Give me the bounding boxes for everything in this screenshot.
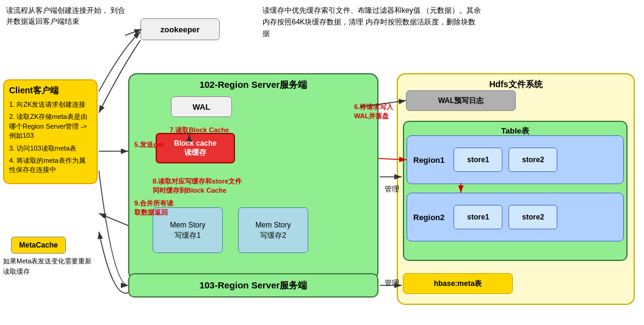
manage2-label: 管理 bbox=[385, 278, 399, 288]
client-step-3: 3. 访问103读取meta表 bbox=[9, 144, 92, 153]
region2-store1: store1 bbox=[454, 205, 502, 229]
diagram-container: 读流程从客户端创建连接开始， 到合并数据返回客户端结束 读缓存中优先缓存索引文件… bbox=[0, 0, 644, 325]
wal-log-label: WAL预写日志 bbox=[438, 96, 484, 106]
step6-label: 6.将请求写入WAL并落盘 bbox=[354, 102, 393, 121]
hbase-meta-box: hbase:meta表 bbox=[403, 273, 513, 294]
svg-line-10 bbox=[99, 213, 128, 226]
client-step-1: 1. 向ZK发送请求创建连接 bbox=[9, 100, 92, 109]
region1-box: Region1 store1 store2 bbox=[407, 135, 624, 184]
top-right-annotation: 读缓存中优先缓存索引文件、布隆过滤器和key值 （元数据）。其余内存按照64K块… bbox=[262, 5, 482, 40]
region2-label: Region2 bbox=[413, 213, 444, 222]
region2-box: Region2 store1 store2 bbox=[407, 193, 624, 241]
client-step-4: 4. 将读取的meta表作为属性保存在连接中 bbox=[9, 156, 92, 175]
memstore2-box: Mem Story 写缓存2 bbox=[238, 207, 308, 253]
region102-title: 102-Region Server服务端 bbox=[134, 79, 372, 91]
memstore2-line2: 写缓存2 bbox=[260, 230, 286, 241]
zookeeper-label: zookeeper bbox=[161, 25, 200, 34]
region103-title: 103-Region Server服务端 bbox=[200, 280, 308, 291]
zookeeper-box: zookeeper bbox=[140, 18, 220, 40]
client-step-2: 2. 读取ZK存储meta表是由哪个Region Server管理 -> 例如1… bbox=[9, 112, 92, 140]
manage1-label: 管理 bbox=[385, 184, 399, 195]
step9-label: 9.合并所有读取数据返回 bbox=[134, 199, 173, 218]
step7-label: 7.读取Block Cache bbox=[170, 126, 229, 135]
metacache-box: MetaCache bbox=[11, 237, 66, 254]
memstore2-line1: Mem Story bbox=[255, 220, 291, 230]
region2-store2: store2 bbox=[508, 205, 557, 229]
hbase-meta-label: hbase:meta表 bbox=[434, 279, 482, 289]
client-title: Client客户端 bbox=[9, 85, 92, 96]
memstore1-line2: 写缓存1 bbox=[175, 230, 201, 241]
metacache-label: MetaCache bbox=[19, 241, 57, 249]
hdfs-title: Hdfs文件系统 bbox=[403, 79, 629, 90]
blockcache-line2: 读缓存 bbox=[184, 148, 206, 158]
client-box: Client客户端 1. 向ZK发送请求创建连接 2. 读取ZK存储meta表是… bbox=[3, 79, 98, 184]
region1-label: Region1 bbox=[413, 155, 444, 165]
wal-label: WAL bbox=[193, 102, 211, 112]
region1-store2: store2 bbox=[508, 148, 557, 172]
memstore1-line1: Mem Story bbox=[170, 220, 205, 230]
region1-store1: store1 bbox=[454, 148, 502, 172]
wal-log-box: WAL预写日志 bbox=[406, 90, 516, 111]
blockcache-box: Block cache 读缓存 bbox=[156, 133, 235, 163]
svg-line-2 bbox=[125, 29, 142, 35]
step8-label: 8.读取对应写缓存和store文件同时缓存到Block Cache bbox=[153, 177, 242, 196]
metacache-text: 如果Meta表发送变化需要重新读取缓存 bbox=[3, 256, 98, 276]
region103-box: 103-Region Server服务端 bbox=[128, 273, 378, 298]
blockcache-line1: Block cache bbox=[174, 139, 217, 148]
step5-label: 5.发送get bbox=[134, 140, 164, 149]
wal-box: WAL bbox=[171, 96, 232, 117]
top-left-annotation: 读流程从客户端创建连接开始， 到合并数据返回客户端结束 bbox=[6, 5, 128, 27]
